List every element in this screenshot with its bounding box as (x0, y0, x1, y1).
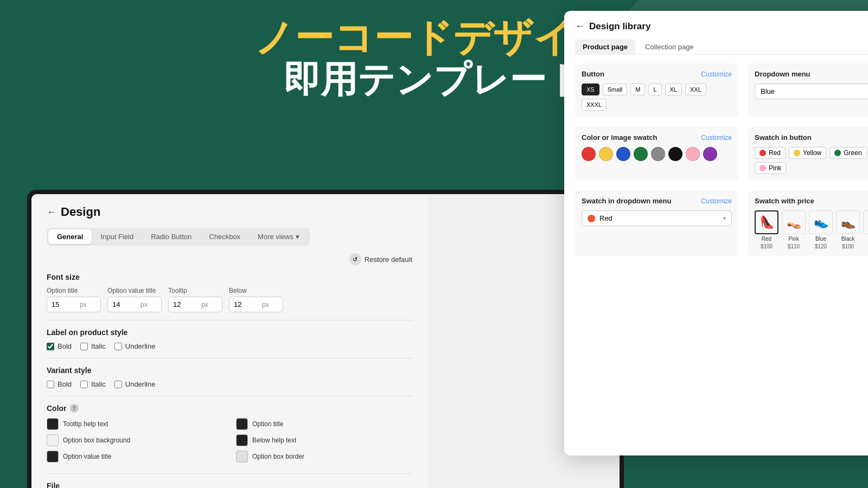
label-italic-checkbox[interactable] (80, 343, 88, 350)
variant-underline-item[interactable]: Underline (114, 380, 156, 388)
button-display: XS Small M L XL XXL XXXL (582, 84, 732, 111)
label-underline-text: Underline (125, 342, 156, 350)
lib-section-color-swatch-customize[interactable]: Customize (701, 134, 732, 142)
swatch-gray[interactable] (651, 147, 665, 161)
tab-radio-button[interactable]: Radio Button (142, 229, 200, 244)
variant-style-row: Bold Italic Underline (47, 380, 412, 388)
label-bold-checkbox[interactable] (47, 343, 54, 350)
swatch-price-price-black: $100 (842, 243, 854, 249)
color-help-icon[interactable]: ? (70, 404, 79, 413)
tab-general[interactable]: General (48, 229, 92, 244)
variant-italic-checkbox[interactable] (80, 381, 88, 388)
swatch-purple[interactable] (703, 147, 717, 161)
swatch-blue[interactable] (616, 147, 630, 161)
swatch-dropdown-selected: Red (599, 214, 612, 222)
sub-tabs: Product page Collection page (575, 40, 868, 55)
color-option-title-item: Option title (236, 418, 412, 430)
swatch-red[interactable] (582, 147, 596, 161)
swatch-price-item-pink[interactable]: 👡 Pink $110 (782, 210, 806, 249)
swatch-price-item-blue[interactable]: 👟 Blue $120 (809, 210, 833, 249)
variant-bold-checkbox[interactable] (47, 381, 54, 388)
swatch-btn-yellow[interactable]: Yellow (789, 147, 826, 159)
font-option-value-title-field: Option value title px (107, 287, 162, 312)
swatch-dropdown-display[interactable]: Red ▾ (582, 210, 732, 226)
label-bold-text: Bold (58, 342, 72, 350)
swatch-dropdown-dot (588, 215, 595, 222)
color-option-box-background-label: Option box background (63, 436, 130, 444)
swatch-price-label-pink: Pink (788, 236, 799, 242)
variant-bold-item[interactable]: Bold (47, 380, 72, 388)
back-icon[interactable]: ← (47, 207, 56, 218)
size-btn-l[interactable]: L (648, 84, 661, 95)
tab-checkbox[interactable]: Checkbox (200, 229, 249, 244)
size-btn-small[interactable]: Small (603, 84, 628, 95)
swatch-pink[interactable] (686, 147, 700, 161)
color-option-box-border-swatch[interactable] (236, 451, 248, 463)
swatch-btn-display: Red Yellow Green Gray Pink (755, 147, 868, 174)
swatch-price-item-white[interactable]: 👢 White $100 (863, 210, 868, 249)
font-option-title-input[interactable] (47, 297, 80, 312)
dropdown-display[interactable]: Blue ▾ (755, 84, 868, 99)
lib-section-button: Button Customize XS Small M L XL XXL XXX… (575, 63, 738, 117)
variant-underline-checkbox[interactable] (114, 381, 122, 388)
size-btn-m[interactable]: M (630, 84, 645, 95)
color-below-help-text-item: Below help text (236, 434, 412, 446)
font-option-value-title-input[interactable] (108, 297, 141, 312)
tab-more-views[interactable]: More views ▾ (249, 229, 308, 244)
restore-row: ↺ Restore default (47, 253, 412, 265)
font-option-title-label: Option title (47, 287, 101, 294)
color-option-title-swatch[interactable] (236, 418, 248, 430)
lib-section-button-customize[interactable]: Customize (701, 70, 732, 78)
size-btn-xxxl[interactable]: XXXL (582, 99, 607, 111)
font-below-unit: px (262, 301, 273, 309)
lib-section-button-title: Button (582, 70, 604, 78)
color-tooltip-help-text-swatch[interactable] (47, 418, 59, 430)
swatch-btn-yellow-label: Yellow (803, 149, 821, 157)
size-btn-xs[interactable]: XS (582, 84, 599, 95)
dl-title: Design library (589, 21, 650, 32)
sub-tab-product-page[interactable]: Product page (575, 40, 635, 54)
lib-section-swatch-dropdown-customize[interactable]: Customize (701, 197, 732, 205)
font-below-input[interactable] (229, 297, 262, 312)
label-underline-item[interactable]: Underline (114, 342, 156, 350)
swatch-price-item-black[interactable]: 👞 Black $100 (836, 210, 860, 249)
panel-header: ← Design (47, 205, 412, 219)
color-below-help-text-swatch[interactable] (236, 434, 248, 446)
swatch-btn-green-label: Green (844, 149, 861, 157)
font-option-title-unit: px (80, 301, 91, 309)
font-below-input-wrap: px (229, 297, 283, 312)
label-underline-checkbox[interactable] (114, 343, 122, 350)
dl-back-icon[interactable]: ← (575, 21, 585, 32)
size-btn-xxl[interactable]: XXL (685, 84, 706, 95)
color-grid: Tooltip help text Option title Option bo… (47, 418, 412, 463)
dl-header: ← Design library (575, 21, 868, 32)
swatch-yellow[interactable] (599, 147, 613, 161)
font-option-title-input-wrap: px (47, 297, 101, 312)
lib-section-color-swatch-header: Color or image swatch Customize (582, 133, 732, 142)
swatch-price-item-red[interactable]: 👠 Red $100 (755, 210, 778, 249)
device-frame: ← Design General Input Field Radio Butto… (27, 190, 624, 488)
swatch-price-img-black: 👞 (836, 210, 860, 234)
label-italic-item[interactable]: Italic (80, 342, 106, 350)
color-option-value-title-swatch[interactable] (47, 451, 59, 463)
font-below-label: Below (229, 287, 283, 294)
restore-button[interactable]: Restore default (365, 255, 412, 264)
swatch-black[interactable] (668, 147, 682, 161)
lib-section-button-header: Button Customize (582, 70, 732, 78)
swatch-btn-red[interactable]: Red (755, 147, 786, 159)
variant-italic-item[interactable]: Italic (80, 380, 106, 388)
font-tooltip-input[interactable] (169, 297, 201, 312)
lib-section-swatch-price: Swatch with price Customize 👠 Red $100 👡… (748, 190, 868, 256)
swatch-btn-green[interactable]: Green (829, 147, 866, 159)
label-bold-item[interactable]: Bold (47, 342, 72, 350)
tab-input-field[interactable]: Input Field (92, 229, 142, 244)
swatch-green[interactable] (634, 147, 648, 161)
sub-tab-collection-page[interactable]: Collection page (637, 40, 701, 54)
lib-section-swatch-dropdown-title: Swatch in dropdown menu (582, 197, 671, 205)
lib-section-swatch-button-title: Swatch in button (755, 133, 812, 142)
color-option-box-background-swatch[interactable] (47, 434, 59, 446)
color-option-value-title-label: Option value title (63, 453, 111, 460)
size-btn-xl[interactable]: XL (665, 84, 682, 95)
library-grid: Button Customize XS Small M L XL XXL XXX… (575, 63, 868, 256)
swatch-btn-pink[interactable]: Pink (755, 162, 786, 174)
